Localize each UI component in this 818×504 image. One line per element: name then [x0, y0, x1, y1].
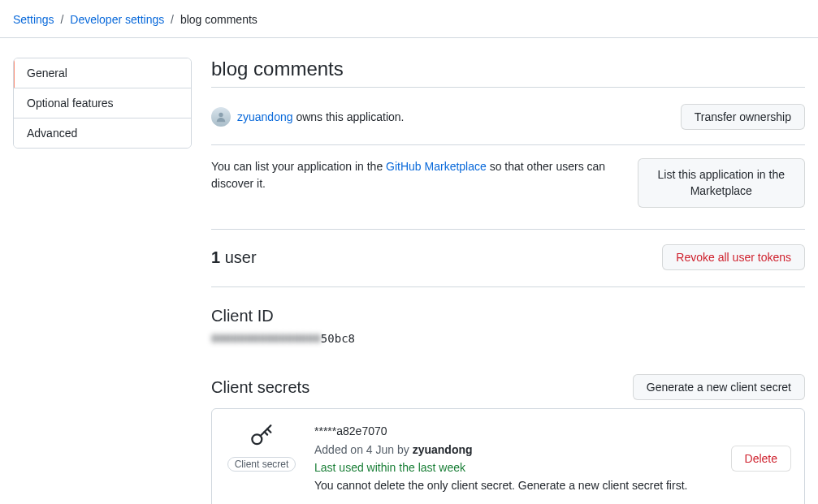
- users-count: 1 user: [211, 248, 257, 267]
- owner-suffix: owns this application.: [293, 110, 405, 123]
- key-icon: [248, 422, 275, 452]
- users-count-number: 1: [211, 248, 220, 266]
- generate-client-secret-button[interactable]: Generate a new client secret: [633, 374, 805, 400]
- client-id-heading: Client ID: [211, 307, 805, 325]
- sidebar-item-advanced[interactable]: Advanced: [14, 118, 191, 148]
- marketplace-btn-line1: List this application in the: [658, 168, 785, 181]
- revoke-tokens-button[interactable]: Revoke all user tokens: [662, 244, 805, 270]
- marketplace-row: You can list your application in the Git…: [211, 145, 805, 230]
- delete-secret-button[interactable]: Delete: [731, 446, 791, 472]
- breadcrumb-current: blog comments: [180, 13, 258, 26]
- svg-line-3: [267, 429, 271, 433]
- marketplace-btn-line2: Marketplace: [690, 184, 752, 197]
- transfer-ownership-button[interactable]: Transfer ownership: [681, 104, 805, 130]
- client-secret-added: Added on 4 Jun by zyuandong: [314, 441, 715, 459]
- marketplace-link[interactable]: GitHub Marketplace: [386, 160, 487, 173]
- breadcrumb-separator: /: [171, 13, 174, 26]
- sidebar-item-optional-features[interactable]: Optional features: [14, 88, 191, 118]
- user-avatar-icon: [215, 111, 227, 123]
- sidebar: General Optional features Advanced: [13, 58, 192, 504]
- client-secret-note: You cannot delete the only client secret…: [314, 476, 715, 494]
- client-secrets-header: Client secrets Generate a new client sec…: [211, 374, 805, 400]
- page-title: blog comments: [211, 58, 805, 88]
- users-count-label: user: [220, 248, 256, 266]
- marketplace-prefix: You can list your application in the: [211, 160, 386, 173]
- owner-link[interactable]: zyuandong: [237, 110, 293, 123]
- marketplace-text: You can list your application in the Git…: [211, 158, 625, 192]
- client-secret-added-user: zyuandong: [413, 443, 473, 456]
- users-row: 1 user Revoke all user tokens: [211, 230, 805, 287]
- client-secret-card: Client secret *****a82e7070 Added on 4 J…: [211, 408, 805, 504]
- breadcrumb-separator: /: [60, 13, 63, 26]
- client-id-visible: 50bc8: [321, 332, 355, 345]
- breadcrumb-settings-link[interactable]: Settings: [13, 13, 54, 26]
- client-secrets-heading: Client secrets: [211, 378, 309, 397]
- client-secret-badge: Client secret: [227, 457, 296, 472]
- client-secret-masked: *****a82e7070: [314, 422, 715, 440]
- client-id-redacted: 0000000000000000: [211, 332, 321, 345]
- breadcrumb-developer-link[interactable]: Developer settings: [70, 13, 164, 26]
- owner-text: zyuandong owns this application.: [237, 110, 404, 123]
- svg-point-0: [219, 113, 223, 117]
- client-id-value: 000000000000000050bc8: [211, 332, 805, 345]
- client-secret-last-used: Last used within the last week: [314, 459, 715, 476]
- svg-line-4: [265, 432, 268, 435]
- owner-row: zyuandong owns this application. Transfe…: [211, 94, 805, 145]
- list-in-marketplace-button[interactable]: List this application in the Marketplace: [638, 158, 805, 208]
- client-secret-added-prefix: Added on 4 Jun by: [314, 443, 413, 456]
- sidebar-item-general[interactable]: General: [14, 58, 191, 88]
- breadcrumb: Settings / Developer settings / blog com…: [0, 0, 818, 38]
- avatar: [211, 107, 231, 127]
